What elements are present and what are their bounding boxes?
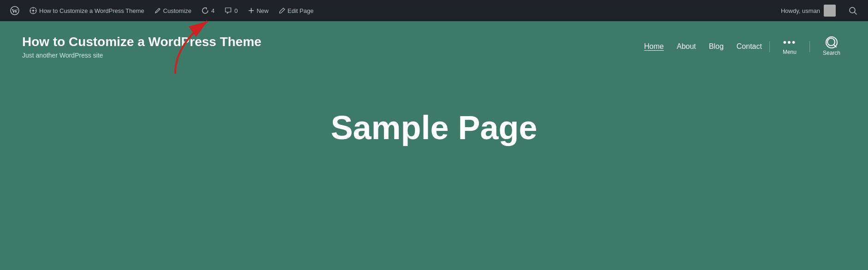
comments-button[interactable]: 0 xyxy=(220,0,242,21)
svg-text:W: W xyxy=(12,7,18,14)
site-nav: Home About Blog Contact ••• Menu xyxy=(644,36,846,56)
admin-site-title-text: How to Customize a WordPress Theme xyxy=(39,7,144,14)
admin-search-button[interactable] xyxy=(843,0,862,21)
nav-search-label: Search xyxy=(823,50,840,56)
edit-page-button[interactable]: Edit Page xyxy=(274,0,318,21)
nav-contact-link[interactable]: Contact xyxy=(737,42,762,50)
nav-menu-label: Menu xyxy=(783,49,797,55)
site-title[interactable]: How to Customize a WordPress Theme xyxy=(22,34,261,50)
admin-search-icon xyxy=(849,6,857,15)
site-header: How to Customize a WordPress Theme Just … xyxy=(0,21,868,72)
hero-title: Sample Page xyxy=(331,109,537,147)
admin-site-title[interactable]: How to Customize a WordPress Theme xyxy=(25,0,149,21)
nav-blog[interactable]: Blog xyxy=(709,42,724,51)
wp-logo-icon[interactable]: W xyxy=(6,0,24,21)
edit-icon xyxy=(279,7,285,14)
comments-icon xyxy=(224,7,232,14)
site-tagline: Just another WordPress site xyxy=(22,52,261,59)
nav-about[interactable]: About xyxy=(677,42,696,51)
nav-search-button[interactable]: Search xyxy=(817,36,846,56)
new-label: New xyxy=(257,7,269,14)
nav-contact[interactable]: Contact xyxy=(737,42,762,51)
updates-button[interactable]: 4 xyxy=(197,0,219,21)
nav-search-divider xyxy=(809,41,810,52)
svg-line-11 xyxy=(855,12,856,14)
howdy-section[interactable]: Howdy, usman xyxy=(776,5,840,17)
new-button[interactable]: New xyxy=(243,0,273,21)
updates-count: 4 xyxy=(211,7,214,14)
nav-menu-button[interactable]: ••• Menu xyxy=(777,37,802,55)
admin-bar: W How to Customize a WordPress Theme xyxy=(0,0,868,21)
avatar xyxy=(824,5,836,17)
site-branding: How to Customize a WordPress Theme Just … xyxy=(22,34,261,59)
svg-point-3 xyxy=(32,10,34,12)
nav-menu-dots-icon: ••• xyxy=(783,37,796,47)
nav-home-link[interactable]: Home xyxy=(644,42,664,50)
svg-point-10 xyxy=(850,7,855,13)
edit-page-label: Edit Page xyxy=(288,7,313,14)
comments-count: 0 xyxy=(234,7,237,14)
customize-button[interactable]: Customize xyxy=(150,0,196,21)
svg-line-14 xyxy=(834,45,836,47)
new-icon xyxy=(248,7,254,14)
howdy-text: Howdy, usman xyxy=(781,7,820,14)
hero-section: Sample Page xyxy=(0,72,868,193)
nav-about-link[interactable]: About xyxy=(677,42,696,50)
site-icon xyxy=(30,7,37,14)
nav-search-icon xyxy=(826,36,838,48)
customize-label: Customize xyxy=(163,7,191,14)
customize-icon xyxy=(154,7,161,14)
nav-blog-link[interactable]: Blog xyxy=(709,42,724,50)
nav-divider xyxy=(769,41,770,52)
nav-home[interactable]: Home xyxy=(644,42,664,51)
nav-links: Home About Blog Contact xyxy=(644,42,762,51)
updates-icon xyxy=(201,7,209,14)
